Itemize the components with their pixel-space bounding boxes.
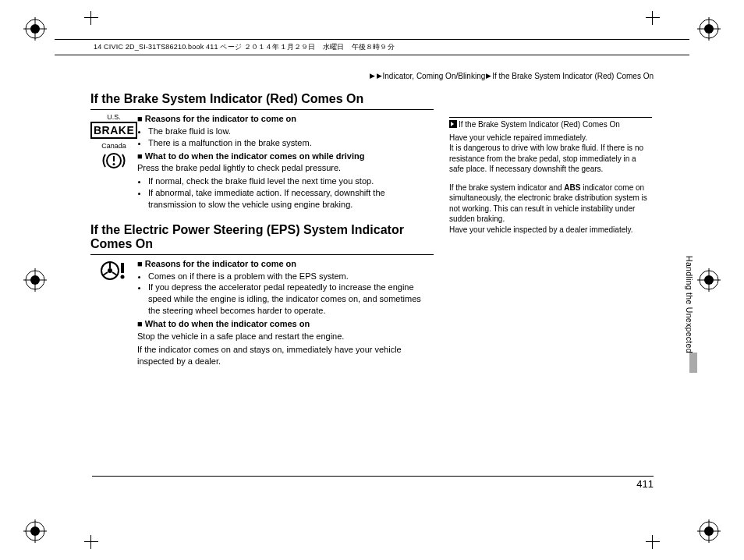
section-tab-marker	[689, 353, 697, 373]
chevron-icon	[449, 120, 457, 128]
bullet: If normal, check the brake fluid level t…	[148, 175, 434, 187]
label-canada: Canada	[90, 142, 137, 150]
brake-warning-icon	[101, 151, 127, 172]
svg-point-26	[113, 163, 115, 165]
svg-line-30	[103, 272, 108, 275]
main-content: If the Brake System Indicator (Red) Come…	[90, 92, 434, 368]
crosshair-icon	[84, 535, 98, 549]
bullet: If you depress the accelerator pedal rep…	[148, 282, 434, 317]
side-paragraph: If the brake system indicator and	[449, 183, 564, 192]
paragraph: If the indicator comes on and stays on, …	[137, 344, 434, 367]
regmark-icon	[23, 17, 47, 41]
regmark-icon	[697, 17, 721, 41]
regmark-icon	[23, 519, 47, 543]
heading-eps: If the Electric Power Steering (EPS) Sys…	[90, 223, 434, 255]
bullet: The brake fluid is low.	[148, 126, 434, 137]
crosshair-icon	[646, 535, 660, 549]
breadcrumb-seg: Indicator, Coming On/Blinking	[383, 72, 486, 80]
page-number: 411	[92, 476, 654, 490]
breadcrumb: ▶▶Indicator, Coming On/Blinking▶If the B…	[90, 72, 654, 80]
section-tab: Handling the Unexpected	[685, 256, 694, 353]
side-paragraph: Have your vehicle repaired immediately.	[449, 133, 652, 144]
side-column: If the Brake System Indicator (Red) Come…	[449, 117, 652, 243]
subhead: What to do when the indicator comes on	[137, 318, 434, 330]
svg-point-28	[108, 268, 112, 273]
paragraph: Stop the vehicle in a safe place and res…	[137, 331, 434, 342]
subhead: Reasons for the indicator to come on	[137, 113, 434, 125]
abs-label: ABS	[564, 183, 580, 192]
triangle-icon: ▶	[370, 72, 375, 80]
regmark-icon	[697, 519, 721, 543]
label-us: U.S.	[90, 113, 137, 121]
indicator-icons	[90, 258, 137, 369]
side-paragraph: Have your vehicle inspected by a dealer …	[449, 225, 652, 236]
brake-indicator-icon: BRAKE	[90, 122, 137, 139]
regmark-icon	[23, 268, 47, 292]
side-heading: If the Brake System Indicator (Red) Come…	[449, 117, 652, 130]
bullet: There is a malfunction in the brake syst…	[148, 137, 434, 149]
crosshair-icon	[84, 11, 98, 25]
regmark-icon	[697, 268, 721, 292]
indicator-icons: U.S. BRAKE Canada	[90, 113, 137, 212]
bullet: If abnormal, take immediate action. If n…	[148, 187, 434, 211]
bullet: Comes on if there is a problem with the …	[148, 271, 434, 282]
heading-brake: If the Brake System Indicator (Red) Come…	[90, 92, 434, 110]
side-paragraph: It is dangerous to drive with low brake …	[449, 143, 652, 175]
book-header-line: 14 CIVIC 2D_SI-31TS86210.book 411 ページ ２０…	[55, 39, 689, 55]
paragraph: Press the brake pedal lightly to check p…	[137, 162, 434, 174]
triangle-icon: ▶	[486, 72, 491, 80]
eps-warning-icon	[99, 260, 129, 283]
breadcrumb-seg: If the Brake System Indicator (Red) Come…	[492, 72, 654, 80]
svg-line-31	[112, 272, 117, 275]
subhead: Reasons for the indicator to come on	[137, 258, 434, 270]
triangle-icon: ▶	[377, 72, 382, 80]
svg-point-33	[121, 275, 125, 278]
subhead: What to do when the indicator comes on w…	[137, 151, 434, 162]
crosshair-icon	[646, 11, 660, 25]
